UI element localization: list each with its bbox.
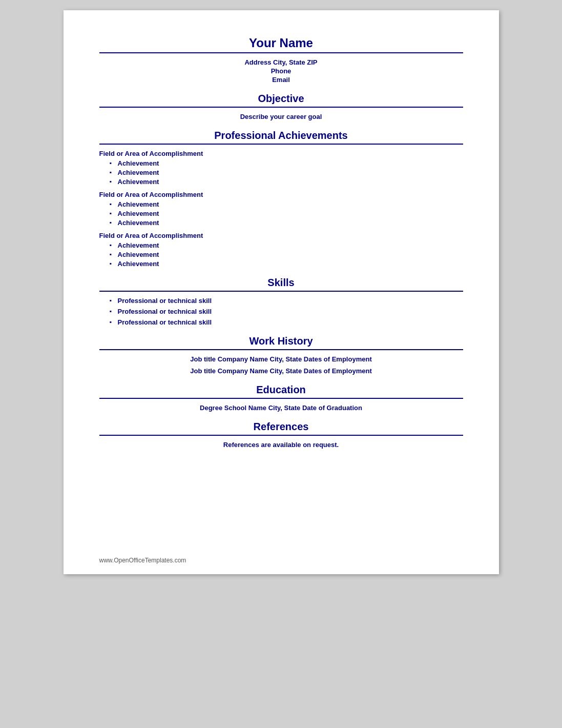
work-history-section: Work History Job title Company Name City… bbox=[99, 335, 463, 375]
skill-item-2: Professional or technical skill bbox=[110, 308, 463, 315]
achievement-item: Achievement bbox=[110, 210, 463, 217]
phone-line: Phone bbox=[99, 67, 463, 75]
education-title: Education bbox=[99, 384, 463, 396]
work-entry-2: Job title Company Name City, State Dates… bbox=[99, 367, 463, 375]
objective-title: Objective bbox=[99, 93, 463, 105]
skill-item-1: Professional or technical skill bbox=[110, 297, 463, 305]
references-title: References bbox=[99, 421, 463, 433]
achievement-item: Achievement bbox=[110, 251, 463, 258]
skill-item-3: Professional or technical skill bbox=[110, 318, 463, 326]
work-history-title: Work History bbox=[99, 335, 463, 347]
skills-divider bbox=[99, 291, 463, 292]
field-label-2: Field or Area of Accomplishment bbox=[99, 191, 463, 198]
education-divider bbox=[99, 398, 463, 399]
achievement-list-1: Achievement Achievement Achievement bbox=[99, 159, 463, 186]
achievement-group-2: Field or Area of Accomplishment Achievem… bbox=[99, 191, 463, 227]
work-entry-1: Job title Company Name City, State Dates… bbox=[99, 355, 463, 363]
achievement-item: Achievement bbox=[110, 159, 463, 167]
achievement-item: Achievement bbox=[110, 169, 463, 176]
achievement-item: Achievement bbox=[110, 200, 463, 208]
education-entry: Degree School Name City, State Date of G… bbox=[99, 404, 463, 412]
achievement-item: Achievement bbox=[110, 260, 463, 268]
objective-divider bbox=[99, 107, 463, 108]
achievement-list-3: Achievement Achievement Achievement bbox=[99, 241, 463, 268]
footer: www.OpenOfficeTemplates.com bbox=[99, 557, 186, 564]
address-line: Address City, State ZIP bbox=[99, 58, 463, 66]
name-title: Your Name bbox=[99, 36, 463, 50]
achievement-list-2: Achievement Achievement Achievement bbox=[99, 200, 463, 227]
field-label-3: Field or Area of Accomplishment bbox=[99, 232, 463, 239]
objective-section: Objective Describe your career goal bbox=[99, 93, 463, 120]
achievements-divider bbox=[99, 144, 463, 145]
header-divider bbox=[99, 52, 463, 53]
achievement-item: Achievement bbox=[110, 178, 463, 186]
achievement-group-1: Field or Area of Accomplishment Achievem… bbox=[99, 150, 463, 186]
email-line: Email bbox=[99, 76, 463, 84]
achievement-group-3: Field or Area of Accomplishment Achievem… bbox=[99, 232, 463, 268]
achievements-section: Professional Achievements Field or Area … bbox=[99, 130, 463, 268]
achievement-item: Achievement bbox=[110, 241, 463, 249]
objective-description: Describe your career goal bbox=[99, 113, 463, 120]
skills-section: Skills Professional or technical skill P… bbox=[99, 277, 463, 326]
contact-info: Address City, State ZIP Phone Email bbox=[99, 58, 463, 84]
skills-title: Skills bbox=[99, 277, 463, 289]
resume-page: Your Name Address City, State ZIP Phone … bbox=[64, 10, 499, 574]
skills-list: Professional or technical skill Professi… bbox=[99, 297, 463, 326]
field-label-1: Field or Area of Accomplishment bbox=[99, 150, 463, 157]
education-section: Education Degree School Name City, State… bbox=[99, 384, 463, 412]
references-divider bbox=[99, 435, 463, 436]
achievements-title: Professional Achievements bbox=[99, 130, 463, 141]
footer-url: www.OpenOfficeTemplates.com bbox=[99, 557, 186, 564]
header-section: Your Name Address City, State ZIP Phone … bbox=[99, 36, 463, 84]
references-section: References References are available on r… bbox=[99, 421, 463, 449]
references-text: References are available on request. bbox=[99, 441, 463, 449]
achievement-item: Achievement bbox=[110, 219, 463, 227]
work-history-divider bbox=[99, 349, 463, 350]
